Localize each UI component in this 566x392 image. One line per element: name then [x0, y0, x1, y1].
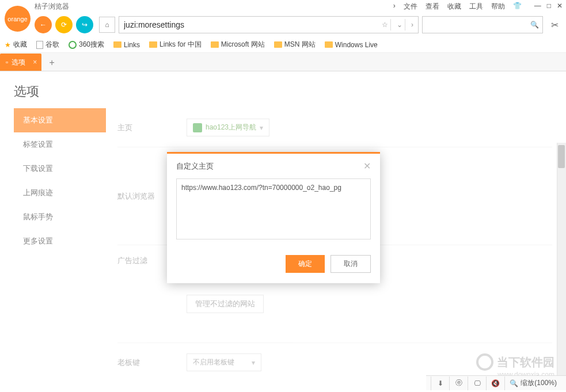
circle-icon: [69, 41, 77, 49]
bookmark-google[interactable]: 谷歌: [36, 40, 59, 50]
minimize-icon[interactable]: —: [534, 2, 541, 12]
search-icon[interactable]: 🔍: [530, 21, 539, 29]
menu-tools[interactable]: 工具: [469, 2, 483, 12]
chevron-right-icon[interactable]: ›: [393, 2, 396, 12]
app-title: 桔子浏览器: [35, 2, 69, 12]
home-button[interactable]: ⌂: [99, 17, 115, 33]
custom-homepage-modal: 自定义主页 ✕ 确定 取消: [167, 152, 380, 283]
forward-button[interactable]: ↪: [76, 16, 93, 33]
new-tab-button[interactable]: +: [44, 55, 60, 71]
folder-icon: [149, 41, 157, 48]
sidebar-item-tabs[interactable]: 标签设置: [14, 132, 106, 157]
hao123-icon: [193, 123, 202, 132]
menu-help[interactable]: 帮助: [491, 2, 505, 12]
scrollbar[interactable]: [557, 143, 566, 390]
setting-homepage: 主页 hao123上网导航 ▾: [117, 108, 552, 147]
tab-close-icon[interactable]: ×: [33, 58, 37, 66]
back-button[interactable]: ←: [35, 16, 52, 33]
zoom-value: 缩放(100%): [521, 378, 557, 388]
ie-mode-icon[interactable]: ⓔ: [449, 376, 468, 390]
folder-icon: [211, 41, 219, 48]
address-bar[interactable]: ☆ ⌄ ›: [119, 16, 419, 33]
scrollbar-thumb[interactable]: [558, 145, 565, 168]
menubar: › 文件 查看 收藏 工具 帮助 👕 — □ ✕: [393, 2, 563, 12]
bookmark-360[interactable]: 360搜索: [69, 40, 104, 50]
tab-strip: ▫ 选项 × +: [0, 53, 566, 71]
download-icon[interactable]: ⬇: [431, 376, 449, 390]
dropdown-value: hao123上网导航: [206, 123, 256, 132]
tab-label: 选项: [12, 58, 25, 67]
display-icon[interactable]: 🖵: [468, 376, 486, 390]
modal-close-icon[interactable]: ✕: [363, 161, 371, 172]
bookmarks-bar: ★收藏 谷歌 360搜索 Links Links for 中国 Microsof…: [0, 37, 566, 53]
chevron-down-icon: ▾: [260, 124, 263, 132]
cancel-button[interactable]: 取消: [331, 255, 371, 273]
zoom-control[interactable]: 🔍 缩放(100%): [504, 376, 561, 390]
screenshot-icon[interactable]: ✂: [546, 20, 563, 31]
chevron-down-icon: ▾: [252, 359, 255, 367]
setting-label: 老板键: [117, 357, 187, 368]
folder-icon: [113, 41, 121, 48]
sidebar-item-gestures[interactable]: 鼠标手势: [14, 205, 106, 229]
modal-title: 自定义主页: [176, 161, 214, 172]
tab-settings[interactable]: ▫ 选项 ×: [0, 54, 41, 71]
statusbar: ⬇ ⓔ 🖵 🔇 🔍 缩放(100%): [426, 375, 566, 390]
sidebar-item-more[interactable]: 更多设置: [14, 229, 106, 253]
sidebar-item-download[interactable]: 下载设置: [14, 157, 106, 181]
sidebar-item-basic[interactable]: 基本设置: [14, 108, 106, 132]
homepage-dropdown[interactable]: hao123上网导航 ▾: [187, 119, 269, 136]
bookmark-winlive[interactable]: Windows Live: [325, 41, 378, 49]
homepage-url-textarea[interactable]: [176, 178, 371, 239]
ok-button[interactable]: 确定: [286, 255, 325, 273]
bookmark-links[interactable]: Links: [113, 41, 140, 49]
mute-icon[interactable]: 🔇: [486, 376, 504, 390]
search-icon: 🔍: [510, 379, 518, 387]
maximize-icon[interactable]: □: [547, 2, 551, 12]
go-icon[interactable]: ›: [411, 21, 413, 29]
toolbar: ← ⟳ ↪ ⌂ ☆ ⌄ › 🔍 ✂: [0, 13, 566, 37]
page-icon: [36, 41, 43, 49]
chevron-down-icon[interactable]: ⌄: [397, 21, 402, 29]
bookmark-msn[interactable]: MSN 网站: [274, 40, 316, 50]
titlebar: orange 桔子浏览器 › 文件 查看 收藏 工具 帮助 👕 — □ ✕: [0, 0, 566, 13]
bookmark-microsoft[interactable]: Microsoft 网站: [211, 40, 265, 50]
bosskey-dropdown[interactable]: 不启用老板键 ▾: [187, 353, 261, 371]
bookmark-favorites[interactable]: ★收藏: [5, 40, 27, 50]
dropdown-value: 不启用老板键: [193, 357, 234, 367]
app-logo: orange: [5, 6, 31, 32]
sidebar-item-history[interactable]: 上网痕迹: [14, 181, 106, 205]
page-title: 选项: [0, 71, 566, 108]
star-icon[interactable]: ☆: [382, 21, 388, 29]
menu-view[interactable]: 查看: [426, 2, 439, 12]
reload-button[interactable]: ⟳: [55, 16, 73, 33]
manage-whitelist-button[interactable]: 管理不过滤的网站: [187, 295, 264, 313]
menu-favorites[interactable]: 收藏: [447, 2, 461, 12]
folder-icon: [325, 41, 333, 48]
page-icon: ▫: [6, 58, 8, 66]
search-box[interactable]: 🔍: [422, 16, 543, 33]
settings-sidebar: 基本设置 标签设置 下载设置 上网痕迹 鼠标手势 更多设置: [14, 108, 106, 390]
url-input[interactable]: [124, 20, 378, 29]
menu-file[interactable]: 文件: [404, 2, 417, 12]
skin-icon[interactable]: 👕: [513, 2, 522, 12]
bookmark-links-cn[interactable]: Links for 中国: [149, 40, 202, 50]
star-icon: ★: [5, 41, 11, 49]
setting-label: 主页: [117, 123, 187, 133]
search-input[interactable]: [430, 21, 527, 29]
close-icon[interactable]: ✕: [557, 2, 563, 12]
folder-icon: [274, 41, 282, 48]
